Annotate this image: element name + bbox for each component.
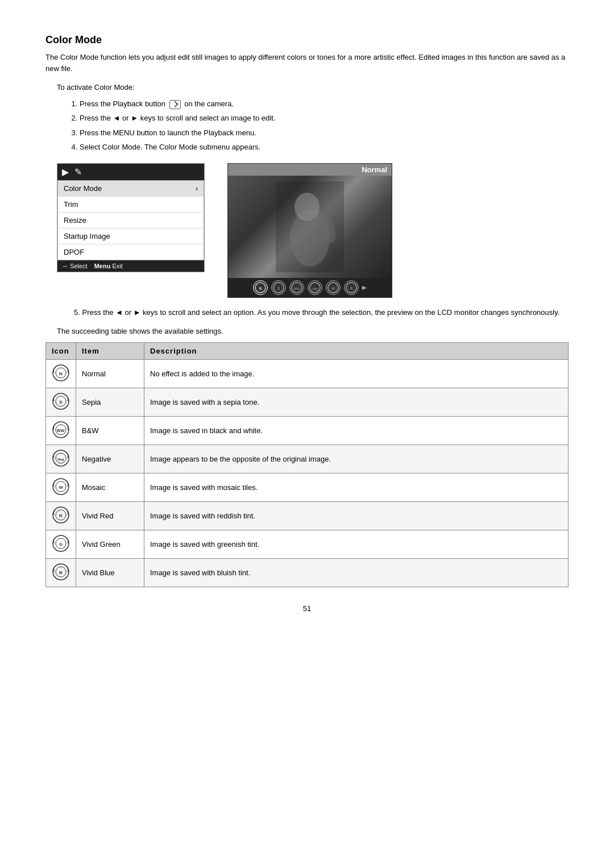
menu-item-label: Color Mode bbox=[64, 184, 102, 193]
wrench-icon: ✎ bbox=[74, 167, 82, 177]
table-cell-description: Image is saved in black and white. bbox=[144, 417, 569, 445]
playback-button-icon bbox=[169, 100, 181, 109]
step-2: Press the ◄ or ► keys to scroll and sele… bbox=[80, 111, 569, 124]
menu-item-label: Trim bbox=[64, 200, 78, 209]
menu-items-list: Color Mode › Trim Resize Startup Image D… bbox=[57, 180, 204, 260]
menu-item-label: Resize bbox=[64, 216, 86, 225]
footer-select: ↔ Select bbox=[62, 263, 88, 269]
table-cell-description: Image is saved with bluish tint. bbox=[144, 559, 569, 587]
svg-text:N: N bbox=[59, 371, 63, 376]
table-cell-description: Image appears to be the opposite of the … bbox=[144, 445, 569, 474]
table-cell-icon: BW bbox=[46, 417, 76, 445]
step5-text: 5. Press the ◄ or ► keys to scroll and s… bbox=[74, 307, 569, 318]
menu-item-label: DPOF bbox=[64, 248, 84, 256]
table-header-description: Description bbox=[144, 343, 569, 360]
table-cell-icon: N bbox=[46, 360, 76, 388]
color-icon-neg: Neg bbox=[308, 280, 322, 295]
svg-text:B: B bbox=[59, 570, 63, 575]
activate-label: To activate Color Mode: bbox=[57, 83, 569, 92]
preview-label: Normal bbox=[228, 164, 392, 176]
table-cell-item: Negative bbox=[76, 445, 144, 474]
settings-table: Icon Item Description N Normal No effect… bbox=[45, 342, 569, 587]
table-row: N Normal No effect is added to the image… bbox=[46, 360, 569, 388]
table-cell-item: B&W bbox=[76, 417, 144, 445]
table-row: R Vivid Red Image is saved with reddish … bbox=[46, 502, 569, 530]
color-icon-sepia: S bbox=[271, 280, 286, 295]
table-cell-item: Sepia bbox=[76, 388, 144, 417]
page-number: 51 bbox=[45, 604, 569, 613]
table-cell-description: No effect is added to the image. bbox=[144, 360, 569, 388]
table-cell-item: Vivid Green bbox=[76, 530, 144, 559]
svg-text:BW: BW bbox=[294, 287, 300, 290]
table-header-icon: Icon bbox=[46, 343, 76, 360]
footer-exit: Menu Exit bbox=[94, 263, 123, 269]
svg-text:G: G bbox=[59, 542, 63, 547]
menu-item-startup: Startup Image bbox=[58, 229, 204, 244]
table-header-item: Item bbox=[76, 343, 144, 360]
menu-item-resize: Resize bbox=[58, 213, 204, 229]
svg-text:S: S bbox=[59, 400, 63, 405]
svg-text:N: N bbox=[259, 286, 262, 290]
svg-text:S: S bbox=[277, 286, 280, 290]
succeeding-text: The succeeding table shows the available… bbox=[57, 327, 569, 335]
menu-item-colormode: Color Mode › bbox=[58, 181, 204, 197]
table-cell-icon: R bbox=[46, 502, 76, 530]
table-cell-item: Vivid Red bbox=[76, 502, 144, 530]
step-1: Press the Playback button on the camera. bbox=[80, 97, 569, 110]
table-cell-icon: Neg bbox=[46, 445, 76, 474]
table-row: G Vivid Green Image is saved with greeni… bbox=[46, 530, 569, 559]
more-icons-arrow: ▶ bbox=[362, 284, 367, 290]
preview-image-area bbox=[228, 176, 392, 278]
color-icon-normal: N bbox=[253, 280, 268, 295]
table-row: M Mosaic Image is saved with mosaic tile… bbox=[46, 474, 569, 502]
svg-rect-3 bbox=[276, 181, 344, 272]
page-title: Color Mode bbox=[45, 34, 569, 46]
table-cell-description: Image is saved with reddish tint. bbox=[144, 502, 569, 530]
menu-header: ▶ ✎ bbox=[57, 164, 204, 180]
intro-text: The Color Mode function lets you adjust … bbox=[45, 52, 569, 74]
svg-text:Neg: Neg bbox=[312, 287, 317, 290]
table-row: S Sepia Image is saved with a sepia tone… bbox=[46, 388, 569, 417]
table-cell-icon: B bbox=[46, 559, 76, 587]
menu-screenshot: ▶ ✎ Color Mode › Trim Resize Startup Ima… bbox=[57, 163, 205, 272]
color-icon-mosaic: M bbox=[326, 280, 341, 295]
svg-text:BW: BW bbox=[57, 428, 65, 433]
table-cell-icon: M bbox=[46, 474, 76, 502]
color-icon-bw: BW bbox=[289, 280, 304, 295]
menu-footer: ↔ Select Menu Exit bbox=[57, 260, 204, 272]
steps-list: Press the Playback button on the camera.… bbox=[80, 97, 569, 154]
step-3: Press the MENU button to launch the Play… bbox=[80, 126, 569, 139]
menu-item-label: Startup Image bbox=[64, 232, 110, 240]
table-cell-icon: G bbox=[46, 530, 76, 559]
svg-text:R: R bbox=[59, 513, 63, 518]
play-icon: ▶ bbox=[62, 167, 69, 177]
table-row: Neg Negative Image appears to be the opp… bbox=[46, 445, 569, 474]
menu-item-dpof: DPOF bbox=[58, 244, 204, 260]
preview-screenshot: Normal N bbox=[227, 163, 392, 298]
svg-text:R: R bbox=[350, 286, 352, 290]
table-cell-icon: S bbox=[46, 388, 76, 417]
svg-text:M: M bbox=[331, 286, 335, 290]
screenshots-row: ▶ ✎ Color Mode › Trim Resize Startup Ima… bbox=[57, 163, 569, 298]
svg-text:Neg: Neg bbox=[57, 458, 64, 461]
svg-text:M: M bbox=[59, 485, 63, 490]
table-cell-item: Normal bbox=[76, 360, 144, 388]
table-cell-description: Image is saved with greenish tint. bbox=[144, 530, 569, 559]
preview-icons-bar: N S BW Neg bbox=[228, 278, 392, 297]
step-4: Select Color Mode. The Color Mode submen… bbox=[80, 140, 569, 153]
color-icon-vivid: R bbox=[344, 280, 359, 295]
table-cell-item: Mosaic bbox=[76, 474, 144, 502]
menu-item-trim: Trim bbox=[58, 197, 204, 213]
table-cell-item: Vivid Blue bbox=[76, 559, 144, 587]
table-row: B Vivid Blue Image is saved with bluish … bbox=[46, 559, 569, 587]
baby-image bbox=[276, 181, 344, 272]
menu-item-arrow: › bbox=[196, 184, 198, 193]
table-cell-description: Image is saved with a sepia tone. bbox=[144, 388, 569, 417]
table-row: BW B&W Image is saved in black and white… bbox=[46, 417, 569, 445]
table-cell-description: Image is saved with mosaic tiles. bbox=[144, 474, 569, 502]
